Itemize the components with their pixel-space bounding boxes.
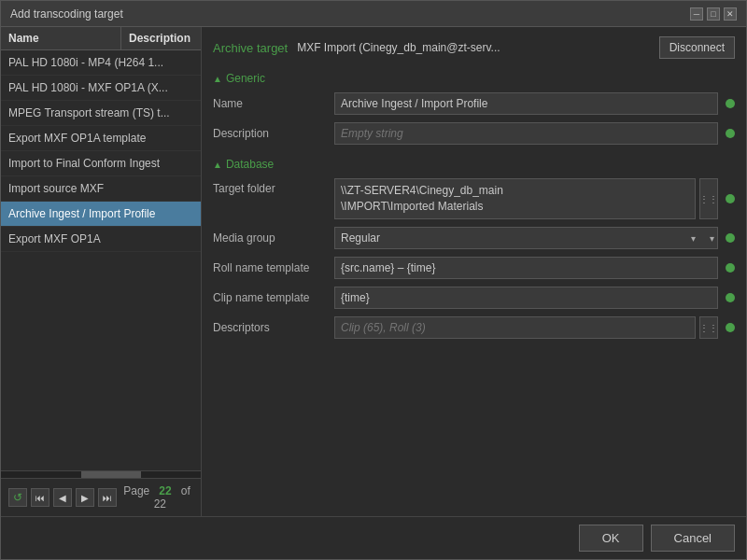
target-folder-grid-button[interactable]: ⋮⋮: [699, 178, 718, 219]
name-input[interactable]: [334, 92, 718, 115]
list-item[interactable]: Export MXF OP1A template: [1, 126, 201, 151]
list-item[interactable]: PAL HD 1080i - MXF OP1A (X...: [1, 76, 201, 101]
clip-name-control-wrap: [334, 287, 735, 309]
name-status-indicator: [726, 99, 735, 108]
list-item[interactable]: Import to Final Conform Ingest: [1, 151, 201, 176]
name-label: Name: [213, 97, 334, 110]
clip-name-input[interactable]: [334, 287, 718, 309]
target-folder-row: Target folder \\ZT-SERVER4\Cinegy_db_mai…: [213, 178, 735, 219]
nav-prev-button[interactable]: ◀: [53, 488, 72, 507]
scrollbar-thumb[interactable]: [81, 471, 141, 478]
description-status-indicator: [726, 129, 735, 138]
archive-target-value: MXF Import (Cinegy_db_main@zt-serv...: [297, 41, 649, 54]
disconnect-button[interactable]: Disconnect: [659, 36, 735, 59]
minimize-button[interactable]: ─: [690, 7, 703, 21]
roll-name-row: Roll name template: [213, 257, 735, 279]
media-group-select-wrap: Regular Camera Archive ▾: [334, 227, 718, 249]
list-items: PAL HD 1080i - MP4 (H264 1...PAL HD 1080…: [1, 50, 201, 470]
media-group-status-indicator: [726, 233, 735, 243]
main-content: Name Description PAL HD 1080i - MP4 (H26…: [1, 27, 746, 516]
right-panel: Archive target MXF Import (Cinegy_db_mai…: [202, 27, 746, 516]
maximize-button[interactable]: □: [707, 7, 720, 21]
name-control-wrap: [334, 92, 735, 115]
name-row: Name: [213, 92, 735, 115]
archive-target-label: Archive target: [213, 41, 288, 55]
list-item[interactable]: Archive Ingest / Import Profile: [1, 202, 201, 227]
list-item[interactable]: Export MXF OP1A: [1, 227, 201, 252]
generic-arrow-icon: ▲: [213, 74, 222, 84]
list-header: Name Description: [1, 27, 201, 50]
description-label: Description: [213, 127, 334, 140]
generic-section-label: Generic: [226, 72, 265, 85]
target-folder-control-wrap: \\ZT-SERVER4\Cinegy_db_main \IMPORT\Impo…: [334, 178, 735, 219]
roll-name-control-wrap: [334, 257, 735, 279]
page-current: 22: [159, 484, 171, 497]
description-input[interactable]: [334, 122, 718, 145]
ok-button[interactable]: OK: [579, 525, 643, 552]
bottom-bar: OK Cancel: [1, 516, 746, 559]
left-footer: ↺ ⏮ ◀ ▶ ⏭ Page 22 of 22: [1, 478, 201, 516]
clip-name-row: Clip name template: [213, 287, 735, 309]
window-title: Add transcoding target: [10, 7, 123, 21]
list-item[interactable]: MPEG Transport stream (TS) t...: [1, 101, 201, 126]
media-group-control-wrap: Regular Camera Archive ▾: [334, 227, 735, 249]
list-item[interactable]: Import source MXF: [1, 176, 201, 202]
scrollbar[interactable]: [1, 470, 201, 478]
descriptors-status-indicator: [726, 323, 735, 332]
clip-name-status-indicator: [726, 293, 735, 302]
roll-name-input[interactable]: [334, 257, 718, 279]
media-group-row: Media group Regular Camera Archive ▾: [213, 227, 735, 249]
clip-name-label: Clip name template: [213, 291, 334, 304]
description-control-wrap: [334, 122, 735, 145]
roll-name-label: Roll name template: [213, 261, 334, 274]
description-row: Description: [213, 122, 735, 145]
descriptors-row: Descriptors ⋮⋮: [213, 316, 735, 339]
page-total: 22: [154, 497, 166, 511]
page-separator: of: [181, 484, 190, 497]
window-controls: ─ □ ✕: [690, 7, 737, 21]
database-section-header: ▲ Database: [213, 158, 735, 171]
target-folder-display: \\ZT-SERVER4\Cinegy_db_main \IMPORT\Impo…: [334, 178, 696, 219]
generic-section-header: ▲ Generic: [213, 72, 735, 85]
target-folder-line1: \\ZT-SERVER4\Cinegy_db_main: [341, 183, 689, 199]
page-label: Page: [123, 484, 149, 497]
close-button[interactable]: ✕: [724, 7, 737, 21]
main-window: Add transcoding target ─ □ ✕ Name Descri…: [0, 0, 747, 560]
right-header: Archive target MXF Import (Cinegy_db_mai…: [213, 36, 735, 59]
descriptors-control-wrap: ⋮⋮: [334, 316, 735, 339]
title-bar: Add transcoding target ─ □ ✕: [1, 1, 746, 27]
left-panel: Name Description PAL HD 1080i - MP4 (H26…: [1, 27, 202, 516]
list-item[interactable]: PAL HD 1080i - MP4 (H264 1...: [1, 50, 201, 76]
refresh-button[interactable]: ↺: [8, 488, 27, 507]
descriptors-input[interactable]: [334, 316, 696, 339]
descriptors-grid-button[interactable]: ⋮⋮: [699, 316, 718, 339]
media-group-select[interactable]: Regular Camera Archive: [334, 227, 718, 249]
roll-name-status-indicator: [726, 263, 735, 273]
nav-first-button[interactable]: ⏮: [31, 488, 49, 507]
header-description: Description: [121, 27, 201, 49]
target-folder-status-indicator: [726, 194, 735, 203]
target-folder-line2: \IMPORT\Imported Materials: [341, 199, 689, 215]
media-group-label: Media group: [213, 231, 334, 245]
header-name: Name: [1, 27, 121, 49]
nav-last-button[interactable]: ⏭: [98, 488, 117, 507]
target-folder-label: Target folder: [213, 178, 334, 219]
descriptors-label: Descriptors: [213, 321, 334, 334]
page-info: Page 22 of 22: [120, 484, 193, 511]
database-section-label: Database: [226, 158, 274, 171]
nav-next-button[interactable]: ▶: [76, 488, 94, 507]
cancel-button[interactable]: Cancel: [651, 525, 735, 552]
database-arrow-icon: ▲: [213, 160, 222, 170]
